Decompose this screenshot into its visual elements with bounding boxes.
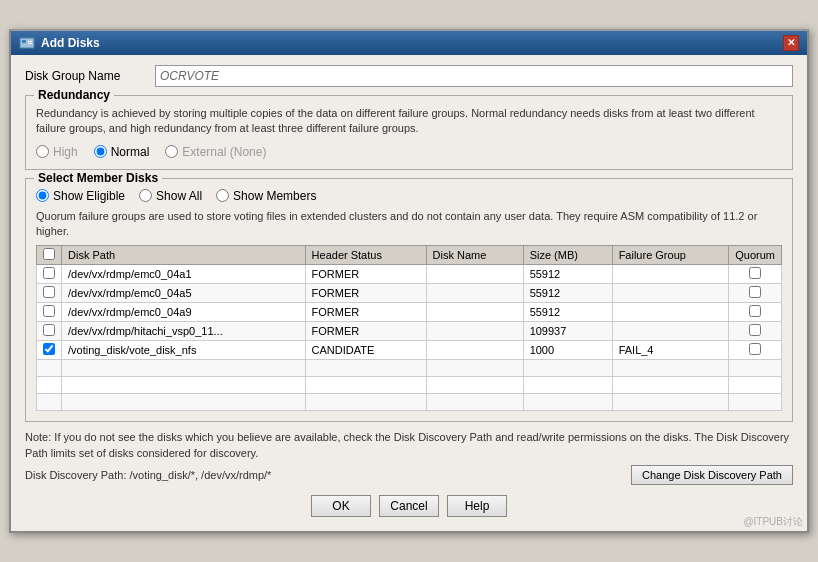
disk-path-cell: /voting_disk/vote_disk_nfs [62,341,306,360]
show-eligible-option: Show Eligible [36,189,125,203]
svg-rect-1 [22,40,26,43]
disk-name-cell [426,284,523,303]
size-mb-cell: 1000 [523,341,612,360]
col-disk-path: Disk Path [62,246,306,265]
size-mb-cell: 55912 [523,284,612,303]
quorum-note: Quorum failure groups are used to store … [36,209,782,240]
disk-table: Disk Path Header Status Disk Name Size (… [36,245,782,411]
radio-high-input[interactable] [36,145,49,158]
header-status-cell: CANDIDATE [305,341,426,360]
select-disks-group: Select Member Disks Show Eligible Show A… [25,178,793,423]
dialog-icon [19,35,35,51]
watermark: @ITPUB讨论 [743,515,803,529]
disk-name-cell [426,322,523,341]
header-status-cell: FORMER [305,265,426,284]
radio-normal: Normal [94,145,150,159]
redundancy-radio-group: High Normal External (None) [36,145,782,159]
redundancy-title: Redundancy [34,88,114,102]
table-row: /dev/vx/rdmp/emc0_04a1FORMER55912 [37,265,782,284]
col-failure-group: Failure Group [612,246,729,265]
discovery-path-row: Disk Discovery Path: /voting_disk/*, /de… [25,465,793,485]
header-status-cell: FORMER [305,322,426,341]
col-header-status: Header Status [305,246,426,265]
discovery-path-value: /voting_disk/*, /dev/vx/rdmp/* [130,469,272,481]
radio-external: External (None) [165,145,266,159]
disk-path-cell: /dev/vx/rdmp/hitachi_vsp0_11... [62,322,306,341]
disk-path-cell: /dev/vx/rdmp/emc0_04a9 [62,303,306,322]
title-bar: Add Disks ✕ [11,31,807,55]
disk-name-cell [426,341,523,360]
quorum-checkbox[interactable] [749,324,761,336]
show-all-option: Show All [139,189,202,203]
show-members-label: Show Members [233,189,316,203]
table-row-empty [37,377,782,394]
failure-group-cell [612,303,729,322]
disk-name-cell [426,303,523,322]
radio-normal-label: Normal [111,145,150,159]
discovery-path-text: Disk Discovery Path: /voting_disk/*, /de… [25,469,271,481]
select-disks-title: Select Member Disks [34,171,162,185]
bottom-note-text: Note: If you do not see the disks which … [25,430,793,461]
disk-path-cell: /dev/vx/rdmp/emc0_04a1 [62,265,306,284]
radio-external-input[interactable] [165,145,178,158]
show-eligible-label: Show Eligible [53,189,125,203]
svg-rect-2 [28,41,32,42]
row-checkbox[interactable] [43,267,55,279]
failure-group-cell [612,265,729,284]
add-disks-dialog: Add Disks ✕ Disk Group Name Redundancy R… [9,29,809,533]
discovery-path-label: Disk Discovery Path: [25,469,126,481]
show-members-option: Show Members [216,189,316,203]
header-status-cell: FORMER [305,284,426,303]
cancel-button[interactable]: Cancel [379,495,439,517]
failure-group-cell: FAIL_4 [612,341,729,360]
footer-buttons: OK Cancel Help [25,495,793,521]
row-checkbox[interactable] [43,305,55,317]
dialog-body: Disk Group Name Redundancy Redundancy is… [11,55,807,531]
radio-high: High [36,145,78,159]
close-button[interactable]: ✕ [783,35,799,51]
header-status-cell: FORMER [305,303,426,322]
quorum-checkbox[interactable] [749,286,761,298]
show-options-group: Show Eligible Show All Show Members [36,189,782,203]
show-members-radio[interactable] [216,189,229,202]
ok-button[interactable]: OK [311,495,371,517]
disk-group-name-row: Disk Group Name [25,65,793,87]
select-all-checkbox[interactable] [43,248,55,260]
row-checkbox[interactable] [43,324,55,336]
quorum-checkbox[interactable] [749,305,761,317]
table-row-empty [37,360,782,377]
disk-group-name-label: Disk Group Name [25,69,155,83]
show-all-label: Show All [156,189,202,203]
size-mb-cell: 109937 [523,322,612,341]
redundancy-description: Redundancy is achieved by storing multip… [36,106,782,137]
failure-group-cell [612,284,729,303]
disk-name-cell [426,265,523,284]
failure-group-cell [612,322,729,341]
disk-path-cell: /dev/vx/rdmp/emc0_04a5 [62,284,306,303]
table-row: /dev/vx/rdmp/emc0_04a9FORMER55912 [37,303,782,322]
col-check [37,246,62,265]
col-size-mb: Size (MB) [523,246,612,265]
col-quorum: Quorum [729,246,782,265]
redundancy-group: Redundancy Redundancy is achieved by sto… [25,95,793,170]
change-discovery-path-button[interactable]: Change Disk Discovery Path [631,465,793,485]
disk-group-name-input[interactable] [155,65,793,87]
col-disk-name: Disk Name [426,246,523,265]
svg-rect-3 [28,43,32,44]
size-mb-cell: 55912 [523,265,612,284]
show-eligible-radio[interactable] [36,189,49,202]
quorum-checkbox[interactable] [749,343,761,355]
table-row: /dev/vx/rdmp/emc0_04a5FORMER55912 [37,284,782,303]
title-bar-left: Add Disks [19,35,100,51]
radio-normal-input[interactable] [94,145,107,158]
quorum-checkbox[interactable] [749,267,761,279]
row-checkbox[interactable] [43,286,55,298]
table-row: /voting_disk/vote_disk_nfsCANDIDATE1000F… [37,341,782,360]
bottom-note-section: Note: If you do not see the disks which … [25,430,793,485]
row-checkbox[interactable] [43,343,55,355]
dialog-title: Add Disks [41,36,100,50]
show-all-radio[interactable] [139,189,152,202]
help-button[interactable]: Help [447,495,507,517]
radio-high-label: High [53,145,78,159]
table-header-row: Disk Path Header Status Disk Name Size (… [37,246,782,265]
